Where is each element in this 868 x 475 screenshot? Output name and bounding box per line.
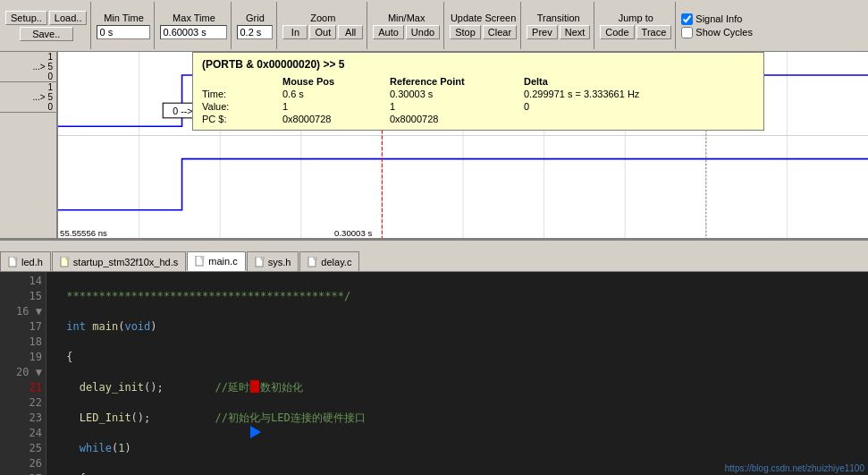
tab-bar: led.h startup_stm32f10x_hd.s main.c sys.… [0, 250, 868, 272]
setup-button[interactable]: Setup.. [5, 11, 47, 25]
tooltip-table: Mouse Pos Reference Point Delta Time: 0.… [202, 76, 754, 124]
grid-input[interactable] [237, 25, 273, 39]
tooltip-value-ref: 1 [390, 101, 524, 112]
tooltip-pc-delta [524, 114, 703, 124]
zoom-label: Zoom [310, 13, 335, 23]
line-num-21: 21 [16, 380, 42, 395]
minmax-label: Min/Max [388, 13, 426, 23]
svg-rect-22 [201, 256, 204, 259]
signal-names-panel: 1 ...> 5 0 1 ...> 5 0 [0, 52, 58, 238]
tooltip-value-label: Value: [202, 101, 282, 112]
tooltip-value-mouse: 1 [282, 101, 390, 112]
waveform-area[interactable]: 0 --> 1 55.55556 ns 0.30003 s (PORTB & 0… [58, 52, 868, 238]
horizontal-scrollbar[interactable] [0, 240, 868, 250]
minmax-group: Min/Max Auto Undo [369, 2, 444, 49]
zoom-group: Zoom In Out All [279, 2, 367, 49]
code-button[interactable]: Code [600, 25, 634, 39]
auto-button[interactable]: Auto [373, 25, 404, 39]
tab-startup-label: startup_stm32f10x_hd.s [73, 257, 178, 267]
transition-label: Transition [537, 13, 580, 23]
line-num-26: 26 [16, 456, 42, 471]
line-num-14: 14 [16, 274, 42, 289]
tooltip-title: (PORTB & 0x00000020) >> 5 [202, 58, 754, 71]
svg-rect-26 [314, 257, 316, 259]
transition-group: Transition Prev Next [523, 2, 594, 49]
update-screen-group: Update Screen Stop Clear [446, 2, 521, 49]
tab-main[interactable]: main.c [187, 251, 245, 271]
show-cycles-label: Show Cycles [695, 27, 753, 38]
code-line-18: LED_Init(); //初始化与LED连接的硬件接口 [54, 411, 861, 426]
tooltip-time-delta: 0.299971 s = 3.333661 Hz [524, 89, 703, 99]
code-line-17: delay_init(); //延时函数初始化 [54, 380, 861, 395]
min-time-group: Min Time [93, 2, 155, 49]
tab-led[interactable]: led.h [0, 251, 51, 271]
tooltip-pc-mouse: 0x8000728 [282, 114, 390, 124]
options-group: Signal Info Show Cycles [678, 2, 756, 49]
zoom-in-button[interactable]: In [282, 25, 308, 39]
stop-button[interactable]: Stop [450, 25, 481, 39]
max-time-group: Max Time [156, 2, 232, 49]
code-area: 14 15 16 ▼ 17 18 19 20 ▼ 21 22 23 24 25 … [0, 272, 868, 475]
tooltip-time-label: Time: [202, 89, 282, 99]
svg-rect-18 [14, 257, 17, 259]
arrow-indicator [250, 426, 261, 438]
load-button[interactable]: Load.. [49, 11, 88, 25]
tab-sys[interactable]: sys.h [247, 251, 299, 271]
grid-label: Grid [246, 13, 265, 23]
line-num-19: 19 [16, 350, 42, 365]
code-line-19: while(1) [54, 441, 861, 456]
watermark: https://blog.csdn.net/zhuizhiye1100 [725, 463, 864, 473]
line-num-25: 25 [16, 441, 42, 456]
tab-delay[interactable]: delay.c [299, 251, 359, 271]
zoom-out-button[interactable]: Out [309, 25, 336, 39]
tooltip-col2-header: Mouse Pos [282, 76, 390, 87]
next-button[interactable]: Next [560, 25, 591, 39]
signal-info-checkbox[interactable] [681, 13, 693, 25]
max-time-input[interactable] [160, 25, 227, 39]
tab-delay-label: delay.c [321, 257, 351, 267]
signal-row-1: 1 ...> 5 0 [0, 52, 56, 82]
zoom-all-button[interactable]: All [338, 25, 363, 39]
jump-to-label: Jump to [619, 13, 653, 23]
line-num-24: 24 [16, 426, 42, 441]
svg-text:55.55556 ns: 55.55556 ns [60, 228, 107, 238]
line-num-16: 16 ▼ [16, 304, 42, 319]
grid-group: Grid [233, 2, 277, 49]
waveform-container: 1 ...> 5 0 1 ...> 5 0 [0, 52, 868, 240]
code-line-15: int main(void) [54, 319, 861, 335]
undo-button[interactable]: Undo [406, 25, 440, 39]
tab-startup[interactable]: startup_stm32f10x_hd.s [52, 251, 186, 271]
tooltip-col3-header: Reference Point [390, 76, 524, 87]
code-content[interactable]: ****************************************… [46, 272, 868, 475]
file-icon-3 [195, 256, 206, 267]
prev-button[interactable]: Prev [527, 25, 558, 39]
file-icon-4 [255, 257, 265, 267]
signal-info-label: Signal Info [695, 13, 742, 24]
tooltip-col1-header [202, 76, 282, 87]
save-button[interactable]: Save.. [20, 27, 73, 41]
line-num-18: 18 [16, 335, 42, 350]
line-num-17: 17 [16, 319, 42, 335]
line-numbers: 14 15 16 ▼ 17 18 19 20 ▼ 21 22 23 24 25 … [13, 272, 46, 475]
toolbar: Setup.. Load.. Save.. Min Time Max Time … [0, 0, 868, 52]
code-line-16: { [54, 350, 861, 365]
tooltip-value-delta: 0 [524, 101, 703, 112]
tab-led-label: led.h [21, 257, 43, 267]
update-screen-label: Update Screen [451, 13, 516, 23]
line-num-23: 23 [16, 411, 42, 426]
min-time-input[interactable] [97, 25, 150, 39]
left-gutter [0, 272, 13, 475]
tab-sys-label: sys.h [268, 257, 291, 267]
tooltip-time-ref: 0.30003 s [390, 89, 524, 99]
jump-to-group: Jump to Code Trace [596, 2, 676, 49]
show-cycles-checkbox[interactable] [681, 27, 693, 38]
breakpoint-indicator [250, 380, 259, 393]
code-line-14: ****************************************… [54, 289, 861, 304]
trace-button[interactable]: Trace [636, 25, 672, 39]
max-time-label: Max Time [173, 13, 215, 23]
tooltip-pc-ref: 0x8000728 [390, 114, 524, 124]
bottom-section: led.h startup_stm32f10x_hd.s main.c sys.… [0, 250, 868, 475]
signal-row-2: 1 ...> 5 0 [0, 82, 56, 113]
line-num-20: 20 ▼ [16, 365, 42, 380]
clear-button[interactable]: Clear [483, 25, 517, 39]
